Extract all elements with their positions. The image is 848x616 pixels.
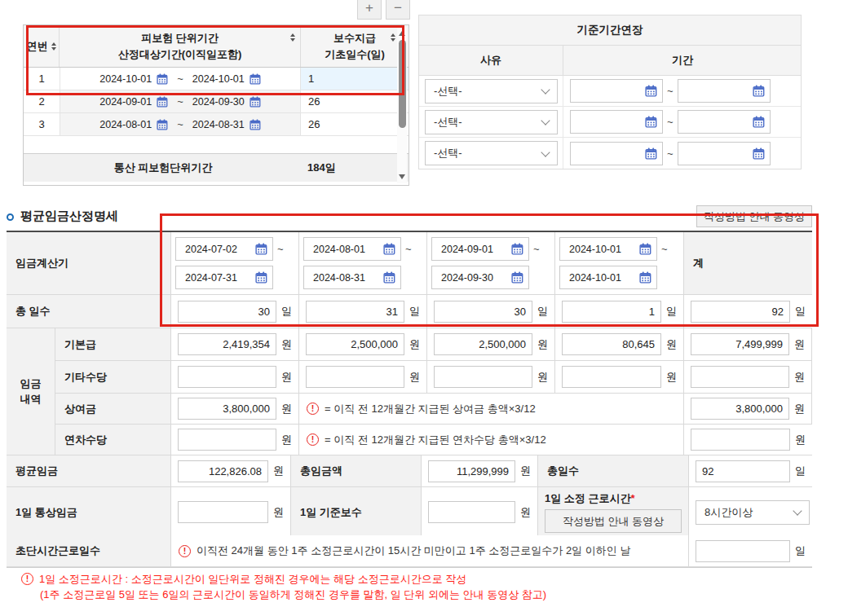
calendar-icon[interactable] (753, 116, 765, 128)
ultra-short-days-input[interactable] (696, 540, 790, 562)
reason-select[interactable]: -선택- (425, 110, 558, 134)
annual-leave-total-input[interactable] (691, 429, 790, 451)
extension-start-input[interactable] (570, 110, 663, 134)
days-input[interactable]: 30 (434, 301, 532, 323)
extension-end-input[interactable] (678, 110, 771, 134)
other-allowance-input[interactable] (562, 366, 661, 388)
col-period-label-1: 피보험 단위기간 (141, 30, 219, 46)
total-days-sum-label: 총일수 (538, 455, 689, 487)
sort-icon[interactable] (391, 33, 395, 42)
other-allowance-input[interactable] (306, 366, 404, 388)
calendar-icon[interactable] (157, 73, 168, 85)
day-unit: 일 (795, 464, 806, 478)
table-row[interactable]: 1 2024-10-01 ~ 2024-10-01 1 (24, 68, 409, 90)
calendar-icon[interactable] (645, 116, 657, 128)
scrollbar[interactable] (397, 27, 407, 183)
scroll-down-icon[interactable] (399, 174, 405, 179)
selected-option: -선택- (434, 84, 462, 99)
required-mark: * (630, 492, 634, 504)
period-start-input[interactable]: 2024-10-01 (559, 237, 657, 261)
paid-days-cell[interactable]: 26 (301, 90, 409, 112)
base-pay-input[interactable]: 2,500,000 (306, 333, 404, 355)
sort-icon[interactable] (51, 42, 56, 51)
period-start-input[interactable]: 2024-08-01 (303, 237, 401, 261)
base-pay-input[interactable]: 2,419,354 (178, 333, 276, 355)
remove-row-button[interactable]: − (386, 0, 410, 20)
daily-base-pay-input[interactable] (428, 501, 515, 523)
period-start-input[interactable]: 2024-08-01 (99, 119, 152, 130)
period-start-input[interactable]: 2024-09-01 (99, 96, 152, 108)
total-wage-input[interactable]: 11,299,999 (428, 460, 515, 482)
bonus-input[interactable]: 3,800,000 (178, 398, 276, 420)
period-end-input[interactable]: 2024-08-31 (303, 266, 401, 289)
working-hours-select[interactable]: 8시간이상 (696, 500, 810, 525)
calendar-icon[interactable] (645, 85, 657, 97)
total-days-sum-input[interactable]: 92 (696, 460, 790, 482)
guide-video-button[interactable]: 작성방법 안내 동영상 (696, 205, 812, 227)
base-pay-total-input[interactable]: 7,499,999 (691, 333, 789, 355)
calendar-icon[interactable] (255, 271, 267, 284)
calendar-icon[interactable] (511, 271, 523, 284)
calendar-icon[interactable] (250, 73, 261, 85)
annual-leave-pay-input[interactable] (178, 429, 276, 451)
day-unit: 일 (795, 304, 806, 319)
calendar-icon[interactable] (157, 96, 168, 108)
calendar-icon[interactable] (639, 243, 651, 255)
calendar-icon[interactable] (157, 119, 168, 130)
period-end-input[interactable]: 2024-09-30 (431, 266, 529, 289)
reason-select[interactable]: -선택- (425, 79, 558, 103)
add-row-button[interactable]: + (357, 0, 382, 20)
paid-days-cell[interactable]: 26 (301, 113, 409, 135)
extension-start-input[interactable] (570, 142, 663, 165)
reason-select[interactable]: -선택- (425, 141, 558, 165)
average-wage-table: 임금계산기 2024-07-02 ~ 2024-07-31 (7, 231, 812, 568)
extension-end-input[interactable] (678, 79, 771, 103)
scroll-up-icon[interactable] (399, 31, 405, 36)
col-header-no[interactable]: 연번 (24, 25, 60, 67)
col-header-period[interactable]: 피보험 단위기간 산정대상기간(이직일포함) (60, 25, 301, 67)
daily-ordinary-wage-input[interactable] (178, 501, 268, 523)
bonus-total-input[interactable]: 3,800,000 (691, 398, 789, 420)
period-end-input[interactable]: 2024-10-01 (559, 266, 657, 289)
other-allowance-total-input[interactable] (691, 366, 789, 388)
other-allowance-input[interactable] (178, 366, 276, 388)
calendar-icon[interactable] (383, 271, 395, 284)
base-pay-input[interactable]: 2,500,000 (434, 333, 532, 355)
period-end-input[interactable]: 2024-07-31 (175, 266, 273, 289)
paid-days-cell[interactable]: 1 (301, 68, 409, 90)
calendar-icon[interactable] (753, 85, 765, 97)
table-row[interactable]: 3 2024-08-01 ~ 2024-08-31 26 (24, 113, 409, 136)
extension-start-input[interactable] (570, 79, 663, 103)
days-total-input[interactable]: 92 (691, 301, 790, 323)
table-row[interactable]: 2 2024-09-01 ~ 2024-09-30 26 (24, 90, 409, 113)
guide-video-button[interactable]: 작성방법 안내 동영상 (545, 509, 682, 533)
period-end-input[interactable]: 2024-09-30 (192, 96, 245, 108)
period-end-input[interactable]: 2024-10-01 (192, 73, 245, 85)
calendar-icon[interactable] (250, 96, 261, 108)
daily-base-pay-label: 1일 기준보수 (291, 487, 422, 538)
won-unit: 원 (281, 337, 292, 352)
calendar-icon[interactable] (645, 147, 657, 160)
days-input[interactable]: 30 (178, 301, 276, 323)
col-header-days[interactable]: 보수지급 기초일수(일) (301, 25, 409, 67)
base-pay-input[interactable]: 80,645 (562, 333, 661, 355)
period-start-input[interactable]: 2024-07-02 (175, 237, 273, 261)
calendar-icon[interactable] (639, 271, 651, 284)
extension-end-input[interactable] (678, 142, 771, 165)
sort-icon[interactable] (290, 33, 295, 42)
col-period-label-2: 산정대상기간(이직일포함) (118, 46, 242, 63)
period-end-input[interactable]: 2024-08-31 (192, 119, 245, 130)
day-unit: 일 (409, 304, 420, 319)
calendar-icon[interactable] (255, 243, 267, 255)
average-wage-input[interactable]: 122,826.08 (178, 460, 268, 482)
other-allowance-input[interactable] (434, 366, 532, 388)
calendar-icon[interactable] (511, 243, 523, 255)
period-start-input[interactable]: 2024-10-01 (99, 73, 152, 85)
scrollbar-thumb[interactable] (399, 40, 406, 128)
period-start-input[interactable]: 2024-09-01 (431, 237, 529, 261)
days-input[interactable]: 1 (562, 301, 661, 323)
days-input[interactable]: 31 (306, 301, 404, 323)
calendar-icon[interactable] (250, 119, 261, 130)
calendar-icon[interactable] (383, 243, 395, 255)
calendar-icon[interactable] (753, 147, 765, 160)
